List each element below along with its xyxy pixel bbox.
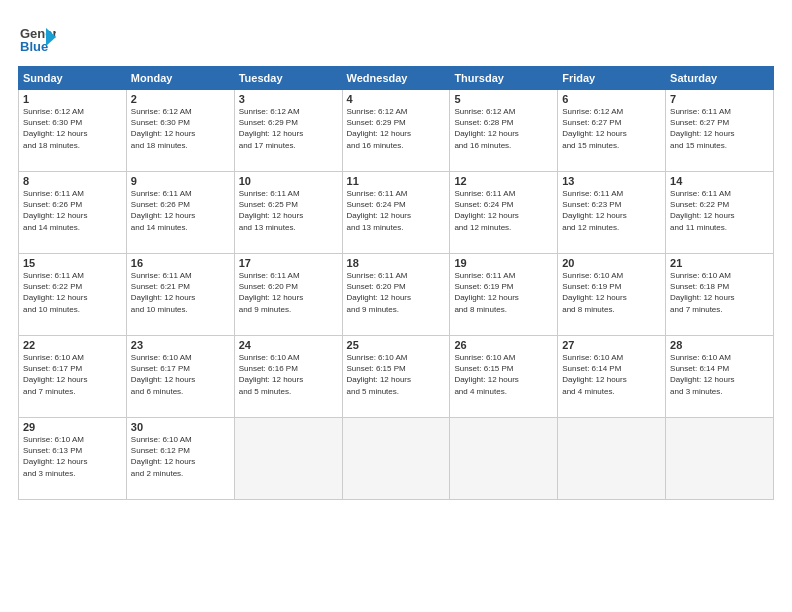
day-number: 26 — [454, 339, 553, 351]
day-info: Sunrise: 6:10 AM Sunset: 6:12 PM Dayligh… — [131, 434, 230, 479]
day-info: Sunrise: 6:11 AM Sunset: 6:24 PM Dayligh… — [347, 188, 446, 233]
calendar-cell: 14Sunrise: 6:11 AM Sunset: 6:22 PM Dayli… — [666, 172, 774, 254]
calendar-cell — [558, 418, 666, 500]
day-info: Sunrise: 6:12 AM Sunset: 6:30 PM Dayligh… — [131, 106, 230, 151]
calendar-cell: 6Sunrise: 6:12 AM Sunset: 6:27 PM Daylig… — [558, 90, 666, 172]
day-info: Sunrise: 6:10 AM Sunset: 6:15 PM Dayligh… — [347, 352, 446, 397]
day-number: 9 — [131, 175, 230, 187]
day-number: 27 — [562, 339, 661, 351]
day-number: 18 — [347, 257, 446, 269]
calendar-cell: 18Sunrise: 6:11 AM Sunset: 6:20 PM Dayli… — [342, 254, 450, 336]
day-info: Sunrise: 6:12 AM Sunset: 6:28 PM Dayligh… — [454, 106, 553, 151]
day-number: 20 — [562, 257, 661, 269]
calendar-cell: 1Sunrise: 6:12 AM Sunset: 6:30 PM Daylig… — [19, 90, 127, 172]
day-info: Sunrise: 6:11 AM Sunset: 6:27 PM Dayligh… — [670, 106, 769, 151]
calendar-week-row: 8Sunrise: 6:11 AM Sunset: 6:26 PM Daylig… — [19, 172, 774, 254]
weekday-header: Wednesday — [342, 67, 450, 90]
day-info: Sunrise: 6:11 AM Sunset: 6:21 PM Dayligh… — [131, 270, 230, 315]
day-info: Sunrise: 6:11 AM Sunset: 6:25 PM Dayligh… — [239, 188, 338, 233]
calendar-cell: 10Sunrise: 6:11 AM Sunset: 6:25 PM Dayli… — [234, 172, 342, 254]
day-info: Sunrise: 6:11 AM Sunset: 6:26 PM Dayligh… — [23, 188, 122, 233]
calendar-cell: 29Sunrise: 6:10 AM Sunset: 6:13 PM Dayli… — [19, 418, 127, 500]
day-number: 14 — [670, 175, 769, 187]
calendar-cell: 22Sunrise: 6:10 AM Sunset: 6:17 PM Dayli… — [19, 336, 127, 418]
day-info: Sunrise: 6:11 AM Sunset: 6:19 PM Dayligh… — [454, 270, 553, 315]
calendar-week-row: 15Sunrise: 6:11 AM Sunset: 6:22 PM Dayli… — [19, 254, 774, 336]
day-number: 23 — [131, 339, 230, 351]
weekday-header: Tuesday — [234, 67, 342, 90]
day-number: 8 — [23, 175, 122, 187]
day-info: Sunrise: 6:11 AM Sunset: 6:26 PM Dayligh… — [131, 188, 230, 233]
day-number: 2 — [131, 93, 230, 105]
day-number: 28 — [670, 339, 769, 351]
day-info: Sunrise: 6:10 AM Sunset: 6:17 PM Dayligh… — [23, 352, 122, 397]
weekday-header: Thursday — [450, 67, 558, 90]
weekday-header: Sunday — [19, 67, 127, 90]
calendar-cell: 2Sunrise: 6:12 AM Sunset: 6:30 PM Daylig… — [126, 90, 234, 172]
day-info: Sunrise: 6:10 AM Sunset: 6:16 PM Dayligh… — [239, 352, 338, 397]
calendar-week-row: 22Sunrise: 6:10 AM Sunset: 6:17 PM Dayli… — [19, 336, 774, 418]
calendar-cell: 15Sunrise: 6:11 AM Sunset: 6:22 PM Dayli… — [19, 254, 127, 336]
calendar-cell: 24Sunrise: 6:10 AM Sunset: 6:16 PM Dayli… — [234, 336, 342, 418]
calendar-cell: 20Sunrise: 6:10 AM Sunset: 6:19 PM Dayli… — [558, 254, 666, 336]
header: General Blue — [18, 18, 774, 56]
day-info: Sunrise: 6:10 AM Sunset: 6:13 PM Dayligh… — [23, 434, 122, 479]
day-number: 15 — [23, 257, 122, 269]
day-info: Sunrise: 6:10 AM Sunset: 6:17 PM Dayligh… — [131, 352, 230, 397]
calendar-cell: 26Sunrise: 6:10 AM Sunset: 6:15 PM Dayli… — [450, 336, 558, 418]
calendar-cell: 21Sunrise: 6:10 AM Sunset: 6:18 PM Dayli… — [666, 254, 774, 336]
calendar-week-row: 1Sunrise: 6:12 AM Sunset: 6:30 PM Daylig… — [19, 90, 774, 172]
day-number: 5 — [454, 93, 553, 105]
calendar-cell: 11Sunrise: 6:11 AM Sunset: 6:24 PM Dayli… — [342, 172, 450, 254]
day-number: 3 — [239, 93, 338, 105]
day-info: Sunrise: 6:11 AM Sunset: 6:22 PM Dayligh… — [670, 188, 769, 233]
day-number: 13 — [562, 175, 661, 187]
day-info: Sunrise: 6:12 AM Sunset: 6:29 PM Dayligh… — [347, 106, 446, 151]
day-number: 11 — [347, 175, 446, 187]
calendar-cell — [666, 418, 774, 500]
calendar-cell: 17Sunrise: 6:11 AM Sunset: 6:20 PM Dayli… — [234, 254, 342, 336]
page: General Blue SundayMondayTuesdayWednesda… — [0, 0, 792, 612]
weekday-header: Friday — [558, 67, 666, 90]
day-number: 17 — [239, 257, 338, 269]
day-info: Sunrise: 6:11 AM Sunset: 6:24 PM Dayligh… — [454, 188, 553, 233]
day-number: 22 — [23, 339, 122, 351]
calendar-cell: 3Sunrise: 6:12 AM Sunset: 6:29 PM Daylig… — [234, 90, 342, 172]
day-info: Sunrise: 6:11 AM Sunset: 6:20 PM Dayligh… — [347, 270, 446, 315]
calendar-cell: 8Sunrise: 6:11 AM Sunset: 6:26 PM Daylig… — [19, 172, 127, 254]
day-number: 4 — [347, 93, 446, 105]
day-number: 25 — [347, 339, 446, 351]
calendar-cell: 5Sunrise: 6:12 AM Sunset: 6:28 PM Daylig… — [450, 90, 558, 172]
day-number: 29 — [23, 421, 122, 433]
calendar-cell: 7Sunrise: 6:11 AM Sunset: 6:27 PM Daylig… — [666, 90, 774, 172]
calendar-cell — [342, 418, 450, 500]
calendar-cell: 4Sunrise: 6:12 AM Sunset: 6:29 PM Daylig… — [342, 90, 450, 172]
svg-text:Blue: Blue — [20, 39, 48, 54]
day-number: 6 — [562, 93, 661, 105]
day-number: 10 — [239, 175, 338, 187]
day-info: Sunrise: 6:10 AM Sunset: 6:15 PM Dayligh… — [454, 352, 553, 397]
weekday-header-row: SundayMondayTuesdayWednesdayThursdayFrid… — [19, 67, 774, 90]
calendar-cell: 12Sunrise: 6:11 AM Sunset: 6:24 PM Dayli… — [450, 172, 558, 254]
calendar-cell: 30Sunrise: 6:10 AM Sunset: 6:12 PM Dayli… — [126, 418, 234, 500]
day-number: 1 — [23, 93, 122, 105]
calendar-table: SundayMondayTuesdayWednesdayThursdayFrid… — [18, 66, 774, 500]
calendar-cell: 19Sunrise: 6:11 AM Sunset: 6:19 PM Dayli… — [450, 254, 558, 336]
calendar-cell: 28Sunrise: 6:10 AM Sunset: 6:14 PM Dayli… — [666, 336, 774, 418]
logo-icon: General Blue — [18, 18, 56, 56]
calendar-cell: 16Sunrise: 6:11 AM Sunset: 6:21 PM Dayli… — [126, 254, 234, 336]
day-info: Sunrise: 6:10 AM Sunset: 6:19 PM Dayligh… — [562, 270, 661, 315]
day-info: Sunrise: 6:11 AM Sunset: 6:22 PM Dayligh… — [23, 270, 122, 315]
day-info: Sunrise: 6:10 AM Sunset: 6:18 PM Dayligh… — [670, 270, 769, 315]
day-number: 24 — [239, 339, 338, 351]
day-number: 16 — [131, 257, 230, 269]
calendar-cell: 27Sunrise: 6:10 AM Sunset: 6:14 PM Dayli… — [558, 336, 666, 418]
day-number: 30 — [131, 421, 230, 433]
day-number: 7 — [670, 93, 769, 105]
day-info: Sunrise: 6:12 AM Sunset: 6:27 PM Dayligh… — [562, 106, 661, 151]
day-number: 12 — [454, 175, 553, 187]
calendar-cell: 13Sunrise: 6:11 AM Sunset: 6:23 PM Dayli… — [558, 172, 666, 254]
day-info: Sunrise: 6:12 AM Sunset: 6:29 PM Dayligh… — [239, 106, 338, 151]
day-info: Sunrise: 6:11 AM Sunset: 6:23 PM Dayligh… — [562, 188, 661, 233]
day-info: Sunrise: 6:10 AM Sunset: 6:14 PM Dayligh… — [670, 352, 769, 397]
